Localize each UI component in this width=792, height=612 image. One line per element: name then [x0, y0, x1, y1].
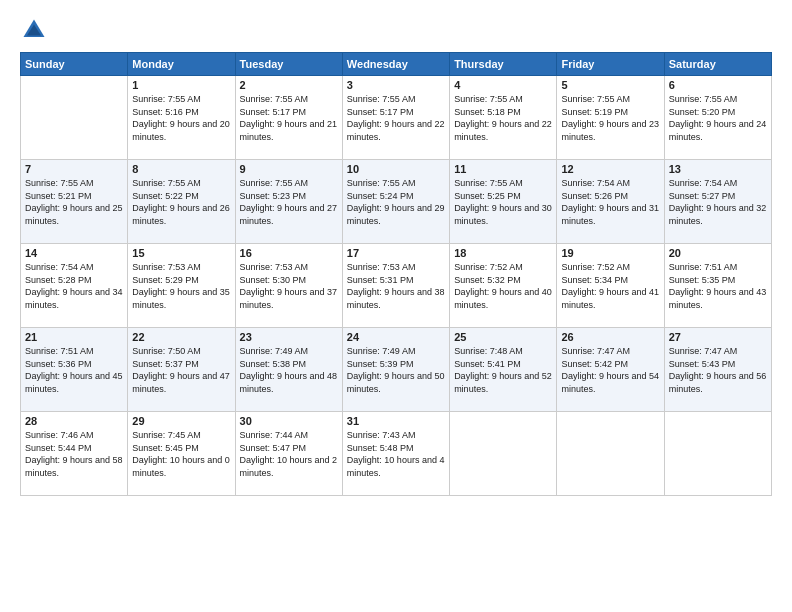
calendar-cell: 2Sunrise: 7:55 AMSunset: 5:17 PMDaylight…: [235, 76, 342, 160]
cell-content: Sunrise: 7:53 AMSunset: 5:31 PMDaylight:…: [347, 261, 445, 311]
day-number: 25: [454, 331, 552, 343]
day-number: 4: [454, 79, 552, 91]
cell-content: Sunrise: 7:55 AMSunset: 5:17 PMDaylight:…: [240, 93, 338, 143]
week-row-2: 14Sunrise: 7:54 AMSunset: 5:28 PMDayligh…: [21, 244, 772, 328]
day-number: 21: [25, 331, 123, 343]
day-header-tuesday: Tuesday: [235, 53, 342, 76]
day-header-friday: Friday: [557, 53, 664, 76]
calendar-cell: [664, 412, 771, 496]
cell-content: Sunrise: 7:43 AMSunset: 5:48 PMDaylight:…: [347, 429, 445, 479]
day-number: 2: [240, 79, 338, 91]
calendar-cell: 31Sunrise: 7:43 AMSunset: 5:48 PMDayligh…: [342, 412, 449, 496]
calendar-cell: 23Sunrise: 7:49 AMSunset: 5:38 PMDayligh…: [235, 328, 342, 412]
day-number: 28: [25, 415, 123, 427]
day-number: 22: [132, 331, 230, 343]
cell-content: Sunrise: 7:52 AMSunset: 5:34 PMDaylight:…: [561, 261, 659, 311]
day-number: 16: [240, 247, 338, 259]
calendar-cell: 3Sunrise: 7:55 AMSunset: 5:17 PMDaylight…: [342, 76, 449, 160]
day-number: 7: [25, 163, 123, 175]
cell-content: Sunrise: 7:55 AMSunset: 5:22 PMDaylight:…: [132, 177, 230, 227]
logo: [20, 16, 52, 44]
cell-content: Sunrise: 7:54 AMSunset: 5:28 PMDaylight:…: [25, 261, 123, 311]
day-number: 12: [561, 163, 659, 175]
logo-icon: [20, 16, 48, 44]
calendar-cell: 7Sunrise: 7:55 AMSunset: 5:21 PMDaylight…: [21, 160, 128, 244]
day-number: 8: [132, 163, 230, 175]
day-header-wednesday: Wednesday: [342, 53, 449, 76]
day-number: 14: [25, 247, 123, 259]
calendar-cell: 5Sunrise: 7:55 AMSunset: 5:19 PMDaylight…: [557, 76, 664, 160]
cell-content: Sunrise: 7:55 AMSunset: 5:25 PMDaylight:…: [454, 177, 552, 227]
day-number: 15: [132, 247, 230, 259]
cell-content: Sunrise: 7:47 AMSunset: 5:42 PMDaylight:…: [561, 345, 659, 395]
cell-content: Sunrise: 7:49 AMSunset: 5:38 PMDaylight:…: [240, 345, 338, 395]
cell-content: Sunrise: 7:51 AMSunset: 5:35 PMDaylight:…: [669, 261, 767, 311]
cell-content: Sunrise: 7:54 AMSunset: 5:27 PMDaylight:…: [669, 177, 767, 227]
cell-content: Sunrise: 7:55 AMSunset: 5:19 PMDaylight:…: [561, 93, 659, 143]
cell-content: Sunrise: 7:55 AMSunset: 5:24 PMDaylight:…: [347, 177, 445, 227]
page: SundayMondayTuesdayWednesdayThursdayFrid…: [0, 0, 792, 612]
day-number: 30: [240, 415, 338, 427]
calendar-cell: 9Sunrise: 7:55 AMSunset: 5:23 PMDaylight…: [235, 160, 342, 244]
day-number: 20: [669, 247, 767, 259]
day-number: 13: [669, 163, 767, 175]
cell-content: Sunrise: 7:55 AMSunset: 5:16 PMDaylight:…: [132, 93, 230, 143]
cell-content: Sunrise: 7:47 AMSunset: 5:43 PMDaylight:…: [669, 345, 767, 395]
calendar-cell: 21Sunrise: 7:51 AMSunset: 5:36 PMDayligh…: [21, 328, 128, 412]
day-number: 17: [347, 247, 445, 259]
day-number: 31: [347, 415, 445, 427]
calendar-cell: 24Sunrise: 7:49 AMSunset: 5:39 PMDayligh…: [342, 328, 449, 412]
cell-content: Sunrise: 7:55 AMSunset: 5:20 PMDaylight:…: [669, 93, 767, 143]
week-row-0: 1Sunrise: 7:55 AMSunset: 5:16 PMDaylight…: [21, 76, 772, 160]
calendar-cell: 18Sunrise: 7:52 AMSunset: 5:32 PMDayligh…: [450, 244, 557, 328]
cell-content: Sunrise: 7:53 AMSunset: 5:30 PMDaylight:…: [240, 261, 338, 311]
calendar-cell: 6Sunrise: 7:55 AMSunset: 5:20 PMDaylight…: [664, 76, 771, 160]
day-header-thursday: Thursday: [450, 53, 557, 76]
calendar-cell: 20Sunrise: 7:51 AMSunset: 5:35 PMDayligh…: [664, 244, 771, 328]
calendar-cell: 13Sunrise: 7:54 AMSunset: 5:27 PMDayligh…: [664, 160, 771, 244]
cell-content: Sunrise: 7:52 AMSunset: 5:32 PMDaylight:…: [454, 261, 552, 311]
header-row: SundayMondayTuesdayWednesdayThursdayFrid…: [21, 53, 772, 76]
cell-content: Sunrise: 7:55 AMSunset: 5:21 PMDaylight:…: [25, 177, 123, 227]
calendar-cell: 26Sunrise: 7:47 AMSunset: 5:42 PMDayligh…: [557, 328, 664, 412]
day-header-sunday: Sunday: [21, 53, 128, 76]
calendar-cell: 19Sunrise: 7:52 AMSunset: 5:34 PMDayligh…: [557, 244, 664, 328]
cell-content: Sunrise: 7:55 AMSunset: 5:18 PMDaylight:…: [454, 93, 552, 143]
cell-content: Sunrise: 7:55 AMSunset: 5:17 PMDaylight:…: [347, 93, 445, 143]
day-number: 10: [347, 163, 445, 175]
day-header-monday: Monday: [128, 53, 235, 76]
day-header-saturday: Saturday: [664, 53, 771, 76]
calendar-cell: 29Sunrise: 7:45 AMSunset: 5:45 PMDayligh…: [128, 412, 235, 496]
calendar-cell: [557, 412, 664, 496]
day-number: 24: [347, 331, 445, 343]
calendar-cell: 15Sunrise: 7:53 AMSunset: 5:29 PMDayligh…: [128, 244, 235, 328]
calendar-cell: [450, 412, 557, 496]
calendar-cell: 30Sunrise: 7:44 AMSunset: 5:47 PMDayligh…: [235, 412, 342, 496]
week-row-1: 7Sunrise: 7:55 AMSunset: 5:21 PMDaylight…: [21, 160, 772, 244]
day-number: 18: [454, 247, 552, 259]
day-number: 1: [132, 79, 230, 91]
week-row-4: 28Sunrise: 7:46 AMSunset: 5:44 PMDayligh…: [21, 412, 772, 496]
calendar-cell: 10Sunrise: 7:55 AMSunset: 5:24 PMDayligh…: [342, 160, 449, 244]
cell-content: Sunrise: 7:45 AMSunset: 5:45 PMDaylight:…: [132, 429, 230, 479]
header: [20, 16, 772, 44]
calendar-cell: 11Sunrise: 7:55 AMSunset: 5:25 PMDayligh…: [450, 160, 557, 244]
day-number: 29: [132, 415, 230, 427]
calendar-cell: 28Sunrise: 7:46 AMSunset: 5:44 PMDayligh…: [21, 412, 128, 496]
cell-content: Sunrise: 7:53 AMSunset: 5:29 PMDaylight:…: [132, 261, 230, 311]
day-number: 27: [669, 331, 767, 343]
day-number: 9: [240, 163, 338, 175]
day-number: 6: [669, 79, 767, 91]
calendar-table: SundayMondayTuesdayWednesdayThursdayFrid…: [20, 52, 772, 496]
cell-content: Sunrise: 7:50 AMSunset: 5:37 PMDaylight:…: [132, 345, 230, 395]
cell-content: Sunrise: 7:48 AMSunset: 5:41 PMDaylight:…: [454, 345, 552, 395]
calendar-cell: 25Sunrise: 7:48 AMSunset: 5:41 PMDayligh…: [450, 328, 557, 412]
calendar-cell: 27Sunrise: 7:47 AMSunset: 5:43 PMDayligh…: [664, 328, 771, 412]
calendar-cell: 1Sunrise: 7:55 AMSunset: 5:16 PMDaylight…: [128, 76, 235, 160]
day-number: 11: [454, 163, 552, 175]
calendar-cell: 4Sunrise: 7:55 AMSunset: 5:18 PMDaylight…: [450, 76, 557, 160]
cell-content: Sunrise: 7:49 AMSunset: 5:39 PMDaylight:…: [347, 345, 445, 395]
day-number: 26: [561, 331, 659, 343]
calendar-cell: 16Sunrise: 7:53 AMSunset: 5:30 PMDayligh…: [235, 244, 342, 328]
cell-content: Sunrise: 7:46 AMSunset: 5:44 PMDaylight:…: [25, 429, 123, 479]
